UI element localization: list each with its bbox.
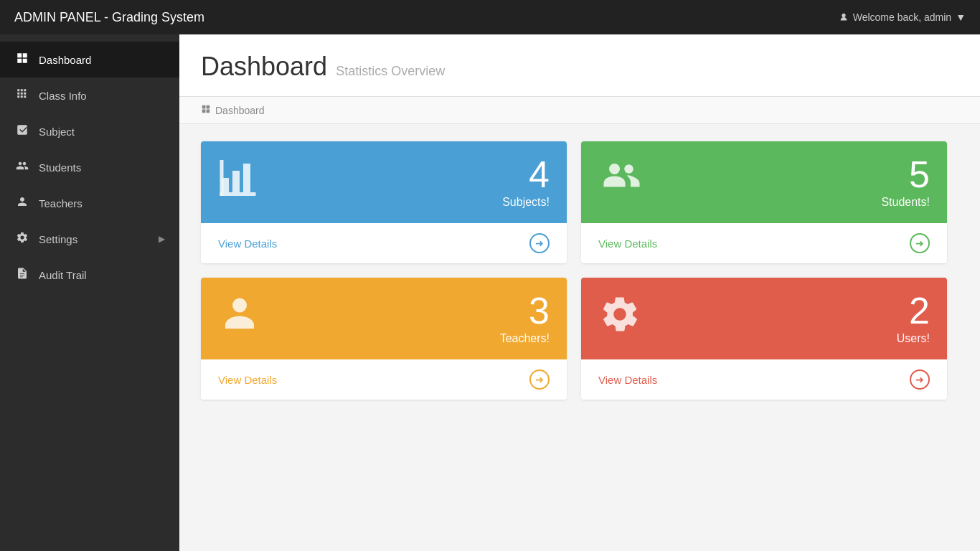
navbar-user[interactable]: Welcome back, admin ▼ <box>839 11 966 23</box>
sidebar-item-teachers[interactable]: Teachers <box>0 185 179 221</box>
subjects-view-details[interactable]: View Details <box>218 237 277 250</box>
breadcrumb-bar: Dashboard <box>179 97 980 124</box>
teachers-icon <box>14 195 30 211</box>
main-wrapper: Dashboard Class Info Subject Students Te <box>0 34 980 551</box>
svg-point-7 <box>232 298 247 313</box>
teachers-card-icon <box>218 293 261 344</box>
subjects-arrow-circle[interactable]: ➜ <box>529 233 550 253</box>
sidebar-label-students: Students <box>39 161 81 174</box>
users-arrow-circle[interactable]: ➜ <box>910 369 930 390</box>
sidebar-label-teachers: Teachers <box>39 197 83 209</box>
subjects-card-bottom: View Details ➜ <box>201 223 567 263</box>
users-numbers: 2 Users! <box>897 292 930 345</box>
teachers-view-details[interactable]: View Details <box>218 374 277 386</box>
navbar-brand: ADMIN PANEL - Grading System <box>14 10 204 25</box>
dashboard-icon <box>14 52 30 67</box>
users-card-bottom: View Details ➜ <box>581 359 947 400</box>
svg-rect-2 <box>243 164 250 192</box>
stat-card-students: 5 Students! View Details ➜ <box>581 141 947 263</box>
user-icon <box>839 12 849 22</box>
svg-rect-3 <box>220 160 224 196</box>
students-label: Students! <box>881 196 930 209</box>
audit-icon <box>14 267 30 283</box>
users-count: 2 <box>897 292 930 329</box>
stat-card-subjects: 4 Subjects! View Details ➜ <box>201 141 567 263</box>
subject-icon <box>14 123 30 139</box>
page-header: Dashboard Statistics Overview <box>179 34 980 97</box>
sidebar-label-settings: Settings <box>39 233 77 245</box>
stat-card-users: 2 Users! View Details ➜ <box>581 278 947 400</box>
subjects-numbers: 4 Subjects! <box>502 156 550 209</box>
page-title: Dashboard <box>201 52 327 82</box>
sidebar-label-dashboard: Dashboard <box>39 54 91 66</box>
sidebar-item-audit-trail[interactable]: Audit Trail <box>0 257 179 293</box>
settings-arrow-icon: ▶ <box>159 234 165 244</box>
sidebar-item-students[interactable]: Students <box>0 149 179 185</box>
stats-grid: 4 Subjects! View Details ➜ <box>179 124 969 417</box>
sidebar-item-dashboard[interactable]: Dashboard <box>0 42 179 77</box>
teachers-label: Teachers! <box>500 332 550 345</box>
class-icon <box>14 88 30 103</box>
breadcrumb-text: Dashboard <box>215 105 265 116</box>
users-label: Users! <box>897 332 930 345</box>
sidebar-item-settings[interactable]: Settings ▶ <box>0 221 179 257</box>
svg-point-6 <box>624 164 633 174</box>
students-card-bottom: View Details ➜ <box>581 223 947 263</box>
users-card-icon <box>598 293 641 344</box>
subjects-label: Subjects! <box>502 196 550 209</box>
navbar-dropdown-icon: ▼ <box>956 11 966 23</box>
content-area: Dashboard Statistics Overview Dashboard <box>179 34 980 551</box>
settings-left: Settings <box>14 231 77 247</box>
students-icon <box>14 159 30 175</box>
svg-rect-4 <box>220 192 256 196</box>
students-card-icon <box>598 156 641 208</box>
students-numbers: 5 Students! <box>881 156 930 209</box>
sidebar-item-subject[interactable]: Subject <box>0 113 179 149</box>
students-count: 5 <box>881 156 930 193</box>
breadcrumb-icon <box>201 104 211 116</box>
sidebar-label-audit-trail: Audit Trail <box>39 269 87 281</box>
settings-icon <box>14 231 30 247</box>
navbar: ADMIN PANEL - Grading System Welcome bac… <box>0 0 980 34</box>
sidebar: Dashboard Class Info Subject Students Te <box>0 34 179 551</box>
students-view-details[interactable]: View Details <box>598 237 657 250</box>
teachers-arrow-circle[interactable]: ➜ <box>529 369 550 390</box>
sidebar-label-class-info: Class Info <box>39 90 87 102</box>
sidebar-item-class-info[interactable]: Class Info <box>0 77 179 113</box>
navbar-user-text: Welcome back, admin <box>853 11 951 23</box>
stat-card-teachers: 3 Teachers! View Details ➜ <box>201 278 567 400</box>
teachers-numbers: 3 Teachers! <box>500 292 550 345</box>
students-arrow-circle[interactable]: ➜ <box>910 233 930 253</box>
teachers-card-bottom: View Details ➜ <box>201 359 567 400</box>
subjects-card-icon <box>218 156 261 208</box>
teachers-count: 3 <box>500 292 550 329</box>
svg-point-5 <box>609 164 620 174</box>
page-subtitle: Statistics Overview <box>336 64 445 79</box>
subjects-count: 4 <box>502 156 550 193</box>
users-view-details[interactable]: View Details <box>598 374 657 386</box>
svg-rect-1 <box>232 171 240 192</box>
sidebar-label-subject: Subject <box>39 126 75 138</box>
